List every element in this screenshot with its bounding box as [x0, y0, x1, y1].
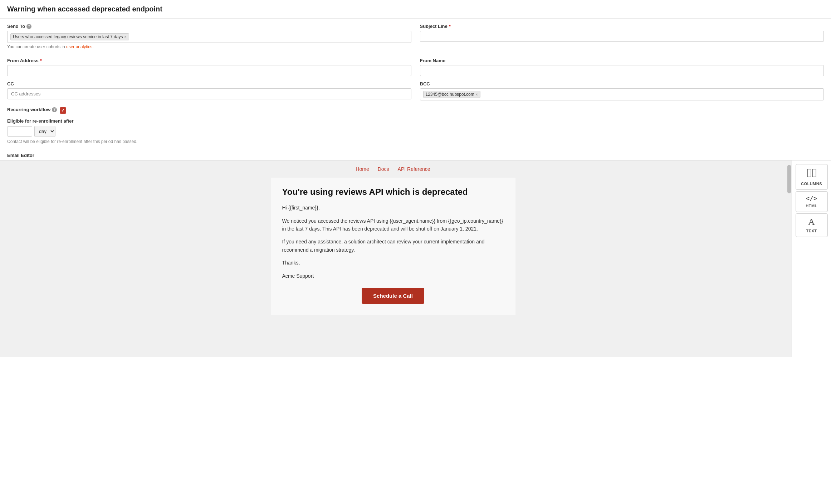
from-address-label: From Address *	[7, 58, 411, 63]
reenroll-label: Eligible for re-enrollment after	[7, 118, 824, 124]
email-sign-off: Thanks,	[282, 259, 504, 267]
subject-line-label: Subject Line *	[420, 24, 824, 29]
text-icon: A	[808, 217, 815, 227]
email-heading: You're using reviews API which is deprec…	[282, 186, 504, 197]
email-nav-docs[interactable]: Docs	[378, 166, 389, 172]
email-body: You're using reviews API which is deprec…	[271, 178, 515, 315]
email-cta-row: Schedule a Call	[282, 288, 504, 304]
email-body1: We noticed you accessed the reviews API …	[282, 217, 504, 233]
bcc-input[interactable]: 12345@bcc.hubspot.com ×	[420, 88, 824, 100]
from-name-label: From Name	[420, 58, 824, 63]
editor-canvas[interactable]: Home Docs API Reference You're using rev…	[0, 160, 786, 357]
helper-text: You can create user cohorts in user anal…	[7, 44, 411, 49]
columns-label: COLUMNS	[801, 182, 822, 186]
email-editor-label: Email Editor	[0, 149, 831, 160]
email-body2: If you need any assistance, a solution a…	[282, 238, 504, 254]
send-to-label: Send To ?	[7, 24, 411, 29]
bcc-tag: 12345@bcc.hubspot.com ×	[423, 91, 481, 98]
send-to-input[interactable]: Users who accessed legacy reviews servic…	[7, 31, 411, 43]
schedule-call-button[interactable]: Schedule a Call	[362, 288, 424, 304]
cc-input[interactable]	[7, 88, 411, 99]
html-icon: </>	[806, 195, 817, 202]
scrollbar[interactable]	[786, 160, 792, 357]
reenroll-unit-select[interactable]: day	[34, 126, 55, 137]
from-address-required: *	[40, 58, 42, 63]
reenroll-number-input[interactable]: 14	[7, 126, 32, 137]
scrollbar-thumb[interactable]	[787, 165, 791, 193]
editor-layout: Home Docs API Reference You're using rev…	[0, 160, 831, 357]
page-title: Warning when accessed deprecated endpoin…	[0, 0, 831, 19]
reenroll-row: 14 day	[7, 126, 824, 137]
bcc-tag-close[interactable]: ×	[476, 93, 478, 97]
reenroll-section: Eligible for re-enrollment after 14 day …	[7, 118, 824, 144]
send-to-help-icon[interactable]: ?	[26, 24, 31, 29]
recurring-help-icon[interactable]: ?	[52, 107, 57, 112]
email-canvas-inner: Home Docs API Reference You're using rev…	[268, 160, 518, 315]
reenroll-hint: Contact will be eligible for re-enrollme…	[7, 139, 824, 144]
subject-line-input[interactable]: Your account accessed the reviews API wh…	[420, 31, 824, 42]
user-analytics-link[interactable]: user analytics.	[66, 44, 94, 49]
columns-icon	[807, 168, 817, 179]
email-signature: Acme Support	[282, 272, 504, 280]
sidebar-text-block[interactable]: A TEXT	[796, 213, 828, 237]
text-label: TEXT	[806, 229, 817, 233]
subject-required: *	[449, 24, 451, 29]
from-address-input[interactable]: support@acmeinc.com	[7, 65, 411, 76]
email-greeting: Hi {{first_name}},	[282, 204, 504, 212]
bcc-label: BCC	[420, 81, 824, 87]
email-nav-api[interactable]: API Reference	[398, 166, 430, 172]
recurring-workflow-row: Recurring workflow ?	[7, 105, 824, 114]
send-to-tag-close[interactable]: ×	[124, 35, 126, 39]
svg-rect-0	[807, 169, 811, 177]
html-label: HTML	[806, 204, 817, 208]
sidebar-columns-block[interactable]: COLUMNS	[796, 164, 828, 190]
send-to-tag: Users who accessed legacy reviews servic…	[10, 33, 129, 40]
email-nav: Home Docs API Reference	[268, 160, 518, 178]
email-nav-home[interactable]: Home	[356, 166, 369, 172]
recurring-label: Recurring workflow ?	[7, 107, 57, 112]
svg-rect-1	[812, 169, 816, 177]
recurring-checkbox[interactable]	[60, 107, 66, 114]
sidebar-html-block[interactable]: </> HTML	[796, 191, 828, 212]
cc-label: CC	[7, 81, 411, 87]
from-name-input[interactable]: Acme, Inc Support	[420, 65, 824, 76]
editor-sidebar: COLUMNS </> HTML A TEXT	[792, 160, 831, 357]
